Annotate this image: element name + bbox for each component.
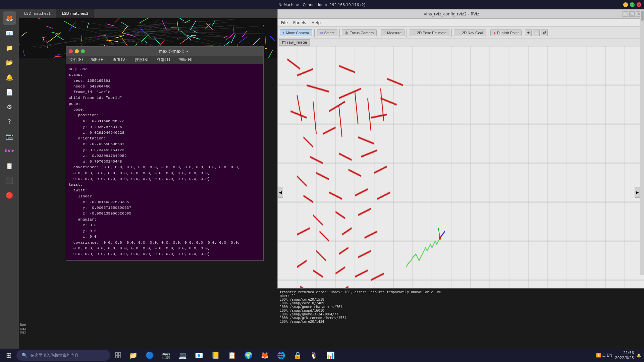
tool-publish-point[interactable]: ● Publish Point bbox=[490, 29, 522, 36]
terminal-line: y: -0.000571650390637 bbox=[69, 205, 261, 210]
terminal-line: x: -0.00146397523335 bbox=[69, 199, 261, 205]
move-camera-icon: ↕ bbox=[283, 31, 285, 35]
rviz-menu-file[interactable]: File bbox=[280, 20, 289, 26]
terminal-menu-terminal[interactable]: 终端(T) bbox=[155, 56, 172, 63]
terminal-min-button[interactable] bbox=[75, 49, 79, 53]
terminal-line: linear: bbox=[69, 193, 261, 199]
terminal-line: z: 0.0291944646228 bbox=[69, 130, 261, 135]
tool-measure[interactable]: ⌇ Measure bbox=[381, 29, 405, 36]
taskbar-notification-icon[interactable]: 🔔 bbox=[637, 353, 641, 358]
taskbar-search-area[interactable]: 🔍 在这里输入你想搜索的内容 bbox=[16, 350, 110, 361]
tool-focus-camera[interactable]: ◎ Focus Camera bbox=[342, 29, 377, 36]
taskbar-icon-firefox[interactable]: 🦊 bbox=[257, 350, 272, 361]
rviz-maximize-button[interactable]: □ bbox=[629, 11, 635, 17]
terminal-line: secs: 1656165391 bbox=[69, 78, 261, 83]
tool-select[interactable]: ▭ Select bbox=[317, 29, 338, 36]
terminal-max-button[interactable] bbox=[81, 49, 85, 53]
taskbar-icon-notes[interactable]: 📒 bbox=[208, 350, 223, 361]
select-icon: ▭ bbox=[320, 31, 323, 35]
taskbar-icons-tray: 🔼 Ω EN bbox=[596, 353, 612, 358]
terminal-line: z: -0.0330817649952 bbox=[69, 153, 261, 159]
raw-image-tab-icon: □ bbox=[282, 40, 285, 45]
sidebar-icon-help[interactable]: ? bbox=[3, 115, 16, 128]
lsd-tab-1[interactable]: LSD matches1 bbox=[19, 9, 56, 18]
log-line: 100% /snap/snapd/16010 bbox=[280, 309, 641, 312]
terminal-close-button[interactable] bbox=[69, 49, 73, 53]
taskbar-task-view[interactable] bbox=[112, 350, 124, 361]
sidebar-icon-folder[interactable]: 📂 bbox=[3, 56, 16, 69]
rviz-titlebar: vins_rviz_config.rviz2 - RViz − □ × bbox=[278, 9, 644, 19]
sidebar-icon-document[interactable]: 📄 bbox=[3, 85, 16, 99]
sidebar-icon-files[interactable]: 📁 bbox=[3, 41, 16, 54]
minimize-button[interactable]: − bbox=[623, 2, 628, 7]
scroll-left-arrow[interactable]: ◀ bbox=[278, 187, 283, 198]
terminal-content[interactable]: seq: 3422 stamp: secs: 1656165391 nsecs:… bbox=[66, 64, 263, 260]
sidebar-icon-email[interactable]: 📧 bbox=[3, 26, 16, 40]
sidebar-icon-rviz[interactable]: RViz bbox=[3, 144, 16, 158]
terminal-line: covariance: [0.0, 0.0, 0.0, 0.0, 0.0, 0.… bbox=[69, 240, 261, 245]
zoom-reset-button[interactable]: ↺ bbox=[541, 29, 548, 36]
zoom-in-button[interactable]: + bbox=[525, 29, 532, 36]
taskbar-icon-stats[interactable]: 📊 bbox=[323, 350, 338, 361]
sidebar-icon-settings[interactable]: ⚙ bbox=[3, 100, 16, 113]
terminal-menu-view[interactable]: 查看(V) bbox=[111, 56, 129, 63]
taskbar-icon-files[interactable]: 📁 bbox=[126, 350, 141, 361]
raw-image-tab[interactable]: □ raw_image bbox=[279, 39, 310, 46]
rviz-menu-help[interactable]: Help bbox=[310, 20, 322, 26]
terminal-line: seq: 3422 bbox=[69, 66, 261, 72]
terminal-title: maxi@maxi: ~ bbox=[87, 49, 261, 54]
tool-2d-nav-goal[interactable]: → 2D Nav Goal bbox=[454, 29, 486, 36]
scroll-right-arrow[interactable]: ▶ bbox=[635, 187, 640, 198]
maximize-button[interactable]: □ bbox=[630, 2, 635, 7]
terminal-line: position: bbox=[69, 112, 261, 118]
left-panel: LSD matches1 LSD matches2 maxi@maxi: ~ 文… bbox=[19, 9, 277, 349]
measure-label: Measure bbox=[387, 31, 401, 35]
tool-move-camera[interactable]: ↕ Move Camera bbox=[280, 29, 312, 36]
sidebar-icon-clipboard[interactable]: 📋 bbox=[3, 159, 16, 172]
taskbar-start-button[interactable]: ⊞ bbox=[3, 350, 15, 361]
sidebar-icon-firefox[interactable]: 🦊 bbox=[3, 11, 16, 25]
log-line: 100% /snap/core18/2409 bbox=[280, 301, 641, 305]
pose-estimate-icon: → bbox=[412, 31, 416, 35]
lsd-tab-2[interactable]: LSD matches2 bbox=[56, 9, 94, 18]
sidebar-icon-terminal[interactable]: ⬛ bbox=[3, 174, 16, 187]
tool-2d-pose-estimate[interactable]: → 2D Pose Estimate bbox=[409, 29, 449, 36]
sidebar-icon-red[interactable]: 🔴 bbox=[3, 188, 16, 202]
terminal-menu-search[interactable]: 搜索(S) bbox=[133, 56, 151, 63]
taskbar-icon-lock[interactable]: 🔒 bbox=[290, 350, 305, 361]
terminal-line: z: 0.0 bbox=[69, 234, 261, 239]
sidebar-icon-camera[interactable]: 📷 bbox=[3, 129, 16, 143]
terminal-menubar: 文件(F) 编辑(E) 查看(V) 搜索(S) 终端(T) 帮助(H) bbox=[66, 56, 263, 64]
rviz-menu-panels[interactable]: Panels bbox=[292, 20, 308, 26]
terminal-line: 0.0, 0.0, 0.0, 0.0, 0.0, 0.0, 0.0, 0.0, … bbox=[69, 251, 261, 257]
taskbar-icon-app1[interactable]: 📷 bbox=[159, 350, 174, 361]
publish-point-icon: ● bbox=[493, 31, 496, 35]
taskbar-icon-onenote[interactable]: 📋 bbox=[224, 350, 239, 361]
terminal-menu-edit[interactable]: 编辑(E) bbox=[89, 56, 107, 63]
taskbar-icon-chrome[interactable]: 🌐 bbox=[274, 350, 289, 361]
terminal-line: frame_id: "world" bbox=[69, 89, 261, 95]
svg-rect-2 bbox=[115, 356, 118, 358]
sidebar-icon-notification[interactable]: 🔔 bbox=[3, 70, 16, 84]
taskbar-icon-terminal[interactable]: 💻 bbox=[175, 350, 190, 361]
nomachine-titlebar: NoMachine - Connection to 192.168.10.116… bbox=[0, 0, 644, 9]
close-button[interactable]: × bbox=[637, 2, 641, 7]
terminal-menu-file[interactable]: 文件(F) bbox=[67, 56, 85, 63]
raw-image-tab-bar: □ raw_image bbox=[278, 39, 644, 46]
publish-point-label: Publish Point bbox=[497, 31, 519, 35]
terminal-line: z: -0.000139066526505 bbox=[69, 210, 261, 216]
select-label: Select bbox=[324, 31, 335, 35]
rviz-minimize-button[interactable]: − bbox=[623, 11, 628, 17]
toolbar-separator-5 bbox=[451, 29, 452, 37]
toolbar-separator-2 bbox=[339, 29, 340, 37]
taskbar-icon-ubuntu[interactable]: 🔵 bbox=[142, 350, 157, 361]
taskbar-icon-penguin[interactable]: 🐧 bbox=[307, 350, 322, 361]
taskbar-icon-email[interactable]: 📧 bbox=[192, 350, 207, 361]
terminal-menu-help[interactable]: 帮助(H) bbox=[176, 56, 194, 63]
taskbar-icon-browser1[interactable]: 🌍 bbox=[241, 350, 256, 361]
windows-taskbar: ⊞ 🔍 在这里输入你想搜索的内容 📁 🔵 📷 💻 📧 📒 📋 🌍 🦊 🌐 🔒 🐧… bbox=[0, 349, 644, 362]
zoom-out-button[interactable]: − bbox=[533, 29, 540, 36]
rviz-side-scrollbar[interactable] bbox=[640, 9, 644, 275]
terminal-line: w: 0.707060140448 bbox=[69, 159, 261, 164]
rviz-scrollbar-thumb[interactable] bbox=[641, 11, 644, 21]
